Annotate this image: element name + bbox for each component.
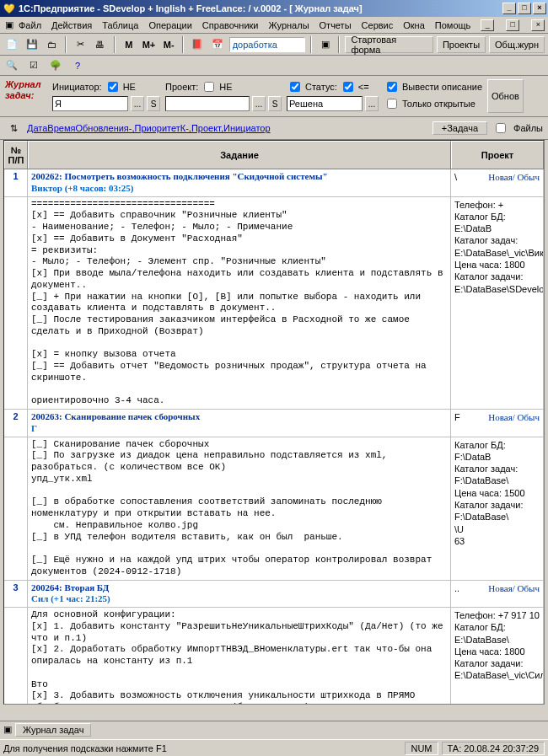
- tool-save-icon[interactable]: 💾: [24, 36, 40, 53]
- out-desc-label: Вывести описание: [402, 82, 482, 92]
- menubar: ▣ Файл Действия Таблица Операции Справоч…: [0, 17, 548, 34]
- menu-help[interactable]: Помощь: [435, 20, 471, 30]
- menu-operations[interactable]: Операции: [148, 20, 191, 30]
- tool2-tree-icon[interactable]: 🌳: [47, 57, 64, 74]
- table-row-header[interactable]: 3200264: Вторая БДСил (+1 час: 21:25)..Н…: [4, 581, 544, 609]
- tool-calendar-icon[interactable]: 📅: [209, 36, 226, 53]
- sort-btn-icon[interactable]: ⇅: [5, 120, 22, 137]
- task-grid[interactable]: № П/П Задание Проект 1200262: Посмотреть…: [3, 140, 545, 705]
- tool-print-icon[interactable]: 🖶: [92, 36, 109, 53]
- task-title[interactable]: 200263: Сканирование пачек сборочных: [31, 411, 447, 423]
- initiator-dots[interactable]: ...: [131, 96, 144, 111]
- tool-book-icon[interactable]: 📕: [189, 36, 206, 53]
- status-lte-check[interactable]: [343, 82, 353, 92]
- btn-start-form[interactable]: Стартовая форма: [345, 36, 432, 53]
- project-s[interactable]: S: [268, 96, 282, 111]
- maximize-button[interactable]: □: [518, 3, 531, 14]
- table-row-body[interactable]: Для основной конфигурации: [x] 1. Добави…: [4, 608, 544, 705]
- task-title[interactable]: 200264: Вторая БД: [31, 582, 447, 594]
- row-num: 3: [4, 581, 28, 608]
- sort-link[interactable]: ДатаВремяОбновления-,ПриоритетК-,Проект,…: [27, 123, 271, 133]
- project-dots[interactable]: ...: [252, 96, 266, 111]
- mdi-min-button[interactable]: _: [481, 19, 494, 31]
- initiator-s[interactable]: S: [147, 96, 160, 111]
- table-row-header[interactable]: 2200263: Сканирование пачек сборочныхГFН…: [4, 410, 544, 437]
- proj-status: Новая/ Обыч: [488, 582, 540, 594]
- task-body: [_] Сканирование пачек сборочных [_] По …: [28, 437, 451, 580]
- status-num: NUM: [405, 742, 438, 755]
- menu-service[interactable]: Сервис: [362, 20, 394, 30]
- header-num[interactable]: № П/П: [4, 141, 28, 169]
- status-hint: Для получения подсказки нажмите F1: [3, 743, 167, 753]
- initiator-ne-check[interactable]: [108, 82, 118, 92]
- project-input[interactable]: [165, 96, 250, 111]
- status-input[interactable]: [287, 96, 363, 111]
- menu-actions[interactable]: Действия: [51, 20, 92, 30]
- out-desc-check[interactable]: [387, 82, 397, 92]
- project-label: Проект:: [165, 82, 198, 92]
- tool-m-plus[interactable]: M+: [141, 36, 158, 53]
- mdi-max-button[interactable]: □: [506, 19, 519, 31]
- close-button[interactable]: ×: [533, 3, 546, 14]
- menu-windows[interactable]: Окна: [403, 20, 425, 30]
- project-ne-check[interactable]: [204, 82, 214, 92]
- tool-open-icon[interactable]: 🗀: [44, 36, 61, 53]
- proj-body: Телефон: + Каталог БД: E:\DataB Каталог …: [451, 197, 544, 410]
- tool-new-icon[interactable]: 📄: [3, 36, 20, 53]
- status-dots[interactable]: ...: [365, 96, 379, 111]
- files-label: Файлы: [513, 123, 543, 133]
- menu-file[interactable]: Файл: [19, 20, 41, 30]
- mdi-icon: ▣: [5, 19, 13, 30]
- journal-label: Журнал задач:: [5, 79, 47, 101]
- add-task-button[interactable]: +Задача: [432, 121, 487, 135]
- status-check[interactable]: [290, 82, 300, 92]
- lte-label: <=: [358, 82, 369, 92]
- proj-status: Новая/ Обыч: [488, 171, 540, 183]
- header-project[interactable]: Проект: [451, 141, 544, 169]
- window-title: 1С:Предприятие - SDevelop + Inglish + Fr…: [19, 3, 363, 13]
- tool-m[interactable]: M: [121, 36, 137, 53]
- menu-refs[interactable]: Справочники: [202, 20, 259, 30]
- initiator-input[interactable]: [52, 96, 128, 111]
- ne-label-2: НЕ: [219, 82, 232, 92]
- menu-table[interactable]: Таблица: [102, 20, 138, 30]
- tool-cut-icon[interactable]: ✂: [72, 36, 89, 53]
- tool-m-minus[interactable]: M-: [160, 36, 177, 53]
- only-open-label: Только открытые: [402, 99, 475, 109]
- task-body: Для основной конфигурации: [x] 1. Добави…: [28, 608, 451, 705]
- proj-body: Каталог БД: F:\DataB Каталог задач: F:\D…: [451, 437, 544, 580]
- table-row-body[interactable]: ================================= [x] ==…: [4, 197, 544, 410]
- mdi-close-button[interactable]: ×: [531, 19, 545, 31]
- only-open-check[interactable]: [387, 99, 397, 109]
- refresh-button[interactable]: Обнов: [487, 79, 524, 113]
- task-author: Сил (+1 час: 21:25): [31, 593, 447, 605]
- row-num: 1: [4, 169, 28, 196]
- tool2-filter-icon[interactable]: ☑: [25, 57, 42, 74]
- files-check[interactable]: [496, 123, 506, 133]
- proj-top: \: [454, 171, 457, 183]
- tool2-find-icon[interactable]: 🔍: [3, 57, 20, 74]
- header-task[interactable]: Задание: [28, 141, 451, 169]
- menu-reports[interactable]: Отчеты: [320, 20, 352, 30]
- status-label: Статус:: [305, 82, 337, 92]
- table-row-header[interactable]: 1200262: Посмотреть возможность подключе…: [4, 169, 544, 197]
- btn-projects[interactable]: Проекты: [437, 36, 486, 53]
- task-author: Виктор (+8 часов: 03:25): [31, 183, 447, 195]
- tab-icon: ▣: [3, 724, 12, 735]
- tool2-help-icon[interactable]: ?: [69, 57, 86, 74]
- app-icon: 💛: [3, 3, 15, 14]
- toolbar-search-input[interactable]: [229, 37, 305, 52]
- table-row-body[interactable]: [_] Сканирование пачек сборочных [_] По …: [4, 437, 544, 581]
- proj-top: F: [454, 411, 460, 423]
- minimize-button[interactable]: _: [502, 3, 516, 14]
- task-body: ================================= [x] ==…: [28, 197, 451, 410]
- task-title[interactable]: 200262: Посмотреть возможность подключен…: [31, 171, 447, 183]
- tool-record-icon[interactable]: ▣: [317, 36, 334, 53]
- proj-top: ..: [454, 582, 459, 594]
- row-num: 2: [4, 410, 28, 437]
- menu-journals[interactable]: Журналы: [269, 20, 309, 30]
- btn-general-journal[interactable]: Общ.журн: [489, 36, 545, 53]
- status-ta: ТА: 20.08.24 20:37:29: [442, 742, 545, 755]
- ne-label-1: НЕ: [123, 82, 136, 92]
- active-tab[interactable]: Журнал задач: [15, 723, 91, 737]
